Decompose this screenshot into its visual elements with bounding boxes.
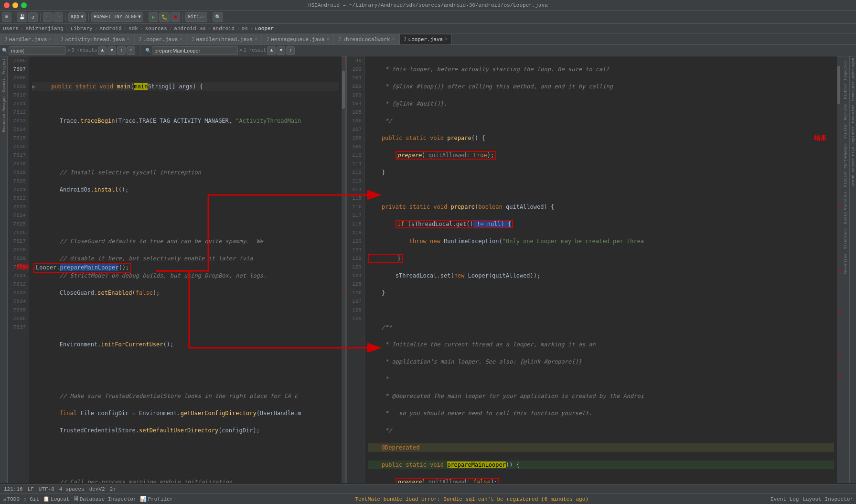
rsearch-prev[interactable]: ▲	[267, 46, 276, 55]
tab-looper1[interactable]: J Looper.java ×	[134, 34, 187, 44]
bc-sdk[interactable]: sdk	[128, 26, 138, 32]
event-log-btn[interactable]: Event Log	[770, 496, 799, 502]
flutter-perf-tab[interactable]: Flutter Performance	[843, 141, 848, 189]
todo-label: TODO	[7, 496, 20, 502]
close-button[interactable]	[4, 2, 10, 8]
app-dropdown[interactable]: app ▼	[68, 12, 86, 22]
resource-manager-tab[interactable]: Resource Manager	[1, 94, 6, 134]
favorites-tab[interactable]: Favorites	[843, 252, 848, 276]
tab-label6: ThreadLocalWork	[342, 37, 390, 43]
db-btn[interactable]: 🗄 Database Inspector	[74, 496, 137, 502]
left-scrollbar-thumb[interactable]	[342, 71, 345, 109]
rsearch-next[interactable]: ▼	[277, 46, 285, 55]
grade-tab[interactable]: Grade	[850, 173, 856, 188]
bottom-bar: ☑ TODO ↕ Git 📋 Logcat 🗄 Database Inspect…	[0, 493, 856, 504]
tab-close3[interactable]: ×	[180, 37, 182, 42]
right-search-input[interactable]	[152, 46, 238, 55]
error-text: TextMate bundle load error: Bundle sql c…	[355, 496, 588, 502]
bc-android30[interactable]: android-30	[174, 26, 205, 32]
tab-close5[interactable]: ×	[326, 37, 329, 42]
left-code-content[interactable]: ▶ public static void main(mainString[] a…	[29, 56, 342, 483]
git-label: Git: ✓ ✓	[185, 12, 207, 22]
tab-label4: HandlerThread.java	[196, 37, 253, 43]
commit-tab[interactable]: Commit	[1, 76, 6, 94]
bc-android2[interactable]: android	[213, 26, 235, 32]
flutter-inspector-tab[interactable]: Flutter Inspector	[843, 58, 848, 101]
run-btn[interactable]: ▶	[149, 12, 158, 22]
emulator-tab[interactable]: Emulator	[850, 103, 856, 124]
right-code-content[interactable]: * this looper, before actually starting …	[365, 56, 837, 483]
left-code-area[interactable]: 7606 7607 7608 7609 7610 7611 7612 7613 …	[8, 56, 345, 483]
sep1	[14, 13, 14, 21]
search-btn[interactable]: 🔍	[213, 12, 223, 22]
right-search-label: 🔍	[145, 48, 151, 54]
git-btn[interactable]: ↕ Git	[23, 496, 39, 502]
layout-inspector-btn[interactable]: Layout Inspector	[802, 496, 853, 502]
bc-sources[interactable]: sources	[145, 26, 167, 32]
tab-close4[interactable]: ×	[255, 37, 257, 42]
search-prev[interactable]: ▲	[98, 46, 107, 55]
search-filter[interactable]: ≡	[127, 46, 135, 55]
charset: UTF-8	[39, 486, 54, 492]
tab-icon7: J	[404, 37, 407, 42]
bc-library[interactable]: Library	[70, 26, 92, 32]
maximize-button[interactable]	[21, 2, 27, 8]
logcat-btn[interactable]: 📋 Logcat	[43, 496, 70, 502]
git-btn-label: ↕ Git	[23, 496, 39, 502]
tab-label3: Looper.java	[143, 37, 178, 43]
bc-looper[interactable]: Looper	[255, 26, 274, 32]
editors-area: 7606 7607 7608 7609 7610 7611 7612 7613 …	[8, 56, 841, 483]
profiler-btn[interactable]: 📊 Profiler	[140, 496, 173, 502]
left-editor: 7606 7607 7608 7609 7610 7611 7612 7613 …	[8, 56, 347, 483]
left-scrollbar[interactable]	[342, 56, 345, 483]
toolbar-menu[interactable]: ≡	[2, 12, 11, 22]
tab-close[interactable]: ×	[49, 37, 52, 42]
search-wrap[interactable]: ↕	[117, 46, 126, 55]
tab-looper2[interactable]: J Looper.java ×	[399, 34, 452, 44]
right-scrollbar-thumb[interactable]	[837, 66, 840, 104]
tab-label: Handler.java	[9, 37, 47, 43]
structure-tab[interactable]: Structure	[843, 226, 848, 251]
back-btn[interactable]: ←	[43, 12, 53, 22]
build-variants-tab[interactable]: Build Variants	[843, 190, 848, 225]
left-search-input[interactable]	[9, 46, 66, 55]
device-dropdown[interactable]: HUAWEI TNY-AL00 ▼	[91, 12, 143, 22]
right-search-clear[interactable]: ×	[239, 47, 242, 54]
todo-icon: ☑	[3, 496, 6, 502]
tab-label7: Looper.java	[408, 37, 443, 43]
left-line-numbers: 7606 7607 7608 7609 7610 7611 7612 7613 …	[8, 56, 29, 483]
search-sep	[140, 46, 140, 55]
tab-activitythread[interactable]: J ActivityThread.java ×	[56, 34, 134, 44]
rsearch-wrap[interactable]: ↕	[286, 46, 295, 55]
save-btn[interactable]: 💾	[17, 12, 27, 22]
minimize-button[interactable]	[12, 2, 18, 8]
stop-btn[interactable]: ■	[171, 12, 180, 22]
tab-messagequeue[interactable]: J MessageQueue.java ×	[262, 34, 333, 44]
flutter-outline-tab[interactable]: Flutter Outline	[843, 102, 848, 140]
debug-btn[interactable]: 🐛	[159, 12, 170, 22]
bc-users[interactable]: Users	[3, 26, 19, 32]
left-search-clear[interactable]: ×	[67, 47, 70, 54]
tab-close6[interactable]: ×	[392, 37, 395, 42]
project-tab[interactable]: Project	[1, 56, 6, 76]
tab-handlerthread[interactable]: J HandlerThread.java ×	[187, 34, 262, 44]
layout-inspector-label: Layout Inspector	[802, 496, 853, 502]
sep3	[65, 13, 66, 21]
tab-handler[interactable]: J Handler.java ×	[0, 34, 56, 44]
right-code-area[interactable]: 99 100 101 102 103 104 105 106 107 108 1…	[347, 56, 841, 483]
right-scrollbar[interactable]	[837, 56, 841, 483]
tab-threadlocal[interactable]: J ThreadLocalWork ×	[333, 34, 399, 44]
tab-close7[interactable]: ×	[445, 37, 448, 42]
sync-btn[interactable]: ↺	[28, 12, 38, 22]
todo-btn[interactable]: ☑ TODO	[3, 496, 20, 502]
bc-os[interactable]: os	[242, 26, 248, 32]
device-file-tab[interactable]: Device File Explorer	[850, 125, 856, 173]
translate-tab[interactable]: Translate	[850, 80, 856, 103]
bc-android[interactable]: Android	[99, 26, 121, 32]
search-next[interactable]: ▼	[107, 46, 116, 55]
bc-shizhenjiang[interactable]: shizhenjiang	[26, 26, 64, 32]
asmplugin-tab[interactable]: ASMPlugin	[850, 56, 856, 80]
tab-icon3: J	[139, 37, 141, 42]
tab-close2[interactable]: ×	[127, 37, 130, 42]
forward-btn[interactable]: →	[54, 12, 63, 22]
